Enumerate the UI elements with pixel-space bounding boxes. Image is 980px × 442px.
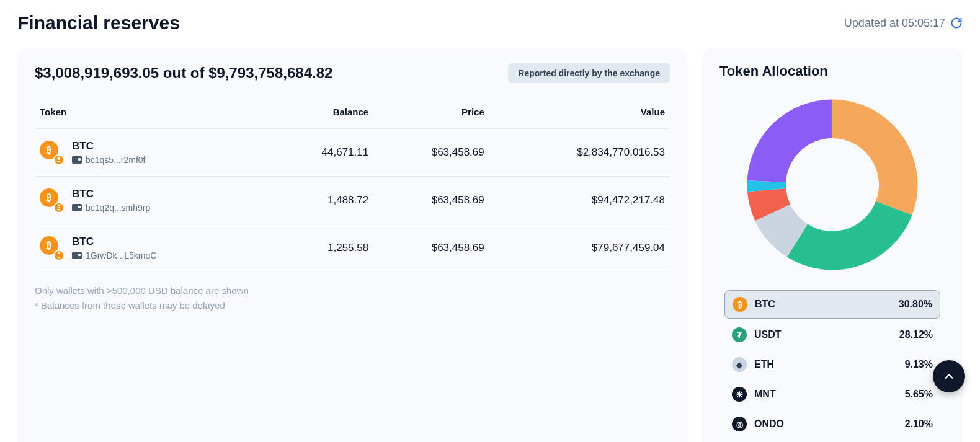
cell-balance: 44,671.11 [269,129,373,177]
cell-price: $63,458.69 [373,177,489,224]
legend-item[interactable]: ◎ ONDO 2.10% [724,410,940,438]
token-icon: ₮ [732,327,747,342]
footnotes: Only wallets with >500,000 USD balance a… [35,283,670,313]
legend-item[interactable]: ₿ BTC 30.80% [724,290,940,319]
footnote-line: Only wallets with >500,000 USD balance a… [35,283,670,298]
allocation-title: Token Allocation [719,63,945,79]
wallet-address[interactable]: 1GrwDk...L5kmqC [86,250,156,260]
col-balance: Balance [269,95,373,129]
token-icon: ₿ [733,297,747,312]
wallet-icon [72,252,82,259]
legend-symbol: BTC [755,299,891,310]
bitcoin-icon: ₿ ₿ [40,141,63,164]
cell-balance: 1,488.72 [269,177,373,224]
cell-balance: 1,255.58 [269,224,373,272]
cell-value: $2,834,770,016.53 [489,129,670,177]
cell-price: $63,458.69 [373,224,489,272]
legend-symbol: ONDO [754,418,898,430]
allocation-legend: ₿ BTC 30.80% ₮ USDT 28.12% ◆ ETH 9.13% ✳… [719,290,945,438]
wallet-icon [72,156,82,164]
legend-symbol: USDT [754,329,892,340]
reserves-panel: $3,008,919,693.05 out of $9,793,758,684.… [17,48,687,442]
legend-percent: 5.65% [905,389,933,400]
donut-slice[interactable] [832,100,918,216]
chevron-up-icon [942,369,956,383]
legend-percent: 9.13% [905,359,933,370]
legend-item[interactable]: ◆ ETH 9.13% [724,351,940,378]
donut-slice[interactable] [787,201,912,270]
col-price: Price [373,95,489,129]
reserves-table: Token Balance Price Value ₿ ₿ BTC bc1qs5… [35,95,670,272]
wallet-icon [72,204,82,211]
wallet-address[interactable]: bc1qs5...r2mf0f [86,155,146,165]
footnote-line: * Balances from these wallets may be del… [35,298,670,313]
wallet-address[interactable]: bc1q2q...smh9rp [86,203,150,213]
token-symbol: BTC [72,188,150,200]
legend-symbol: ETH [754,359,898,370]
page-title: Financial reserves [17,12,180,33]
table-row[interactable]: ₿ ₿ BTC bc1q2q...smh9rp 1,488.72 $63,458… [35,177,670,224]
legend-symbol: MNT [754,389,898,400]
legend-item[interactable]: ✳ MNT 5.65% [724,381,940,408]
cell-value: $79,677,459.04 [489,224,670,272]
scroll-top-button[interactable] [933,360,965,392]
cell-value: $94,472,217.48 [489,177,670,224]
col-token: Token [35,95,269,129]
bitcoin-icon: ₿ ₿ [40,188,63,212]
bitcoin-icon: ₿ ₿ [40,236,63,260]
table-row[interactable]: ₿ ₿ BTC bc1qs5...r2mf0f 44,671.11 $63,45… [35,129,670,177]
refresh-icon[interactable] [950,17,963,29]
token-symbol: BTC [72,140,146,152]
allocation-donut-chart [739,92,925,278]
token-icon: ◆ [732,357,747,372]
token-icon: ◎ [732,417,747,431]
legend-percent: 28.12% [899,329,933,340]
summary-amount: $3,008,919,693.05 out of $9,793,758,684.… [35,64,332,82]
legend-percent: 30.80% [899,299,932,310]
table-row[interactable]: ₿ ₿ BTC 1GrwDk...L5kmqC 1,255.58 $63,458… [35,224,670,272]
cell-price: $63,458.69 [373,129,489,177]
donut-slice[interactable] [747,100,832,183]
updated-status: Updated at 05:05:17 [844,17,963,30]
legend-item[interactable]: ₮ USDT 28.12% [724,321,940,348]
token-symbol: BTC [72,236,156,248]
updated-label: Updated at 05:05:17 [844,17,945,30]
token-icon: ✳ [732,387,747,402]
legend-percent: 2.10% [905,418,933,430]
allocation-panel: Token Allocation ₿ BTC 30.80% ₮ USDT 28.… [702,48,963,442]
col-value: Value [489,95,670,129]
source-badge: Reported directly by the exchange [508,63,670,83]
